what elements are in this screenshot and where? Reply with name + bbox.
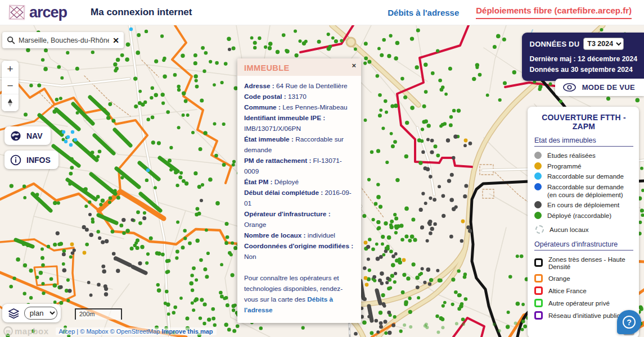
legend-item: Raccordable sur demande [534,172,633,180]
legend-item: Études réalisées [534,152,633,160]
legend-label: En cours de déploiement [547,201,619,209]
popup-field: Code postal : 13170 [244,92,354,102]
legend-item: Programmé [534,162,633,170]
legend-dot-icon [534,201,542,208]
legend-label: Programmé [547,162,582,170]
legend-operator-item: Altice France [534,286,633,295]
legend-title: COUVERTURE FTTH - ZAPM [534,113,633,131]
mapbox-wordmark: mapbox [15,326,49,336]
operator-square-icon [534,274,543,283]
legend-operator-item: Orange [534,274,633,283]
help-button[interactable]: ? [617,310,641,334]
legend-label: Aucun locaux [550,226,589,233]
data-period-label: DONNÉES DU [530,40,580,48]
legend-dot-icon [534,152,542,159]
legend-item: En cours de déploiement [534,201,633,209]
view-mode-label: MODE DE VUE [582,83,635,92]
operator-square-icon [534,258,543,267]
legend-operator-item: Autre opérateur privé [534,299,633,307]
popup-title: IMMEUBLE [244,63,290,72]
legend-dot-icon [534,172,542,180]
layers-icon [7,307,20,320]
info-icon [10,154,21,166]
legend-section-operators: Opérateurs d'infrastructure [534,240,633,251]
infos-button[interactable]: INFOS [4,151,58,169]
zoom-controls: + − [2,61,19,111]
period-select[interactable]: T3 2024 [583,38,624,50]
operator-square-icon [534,286,543,295]
search-clear-icon[interactable]: ✕ [112,37,119,44]
legend-label: Raccordable sur demande (en cours de dép… [547,183,633,198]
legend-item-aucun-locaux: Aucun locaux [535,225,633,234]
popup-body: Adresse : 64 Rue de la DentellièreCode p… [237,76,361,323]
app: arcep Ma connexion internet Débits à l'a… [0,0,644,337]
legend-panel: COUVERTURE FTTH - ZAPM Etat des immeuble… [528,107,639,337]
popup-field: État immeuble : Raccordable sur demande [244,134,354,156]
data-date-text: Données au 30 septembre 2024 [530,65,637,75]
legend-building-items: Études réaliséesProgramméRaccordable sur… [534,152,633,220]
compass-button[interactable] [2,94,19,111]
building-popup: IMMEUBLE × Adresse : 64 Rue de la Dentel… [237,58,361,323]
basemap-control: plan [2,304,61,322]
attribution-bar: m mapbox Arcep | © Mapbox © OpenStreetMa… [0,326,217,336]
popup-footer: Pour connaître les opérateurs et technol… [244,273,354,316]
header-links: Débits à l'adresseDéploiements fibre (ca… [388,6,632,19]
attribution-links[interactable]: Arcep | © Mapbox © OpenStreetMap [59,328,160,335]
improve-map-link[interactable]: Improve this map [161,328,213,335]
mapbox-logo[interactable]: m mapbox [3,326,49,336]
arcep-logo[interactable]: arcep [7,2,67,22]
nav-button[interactable]: NAV [4,126,51,145]
question-mark-icon: ? [623,316,636,329]
legend-label: Études réalisées [547,152,596,160]
legend-dot-icon [534,212,542,219]
basemap-select[interactable]: plan [24,307,57,320]
popup-fields: Adresse : 64 Rue de la DentellièreCode p… [244,81,354,262]
dashed-circle-icon [535,225,544,234]
operator-square-icon [534,299,543,307]
legend-item: Raccordable sur demande (en cours de dép… [534,183,633,198]
popup-field: Commune : Les Pennes-Mirabeau [244,102,354,113]
zoom-out-button[interactable]: − [2,78,19,94]
header-link-debits[interactable]: Débits à l'adresse [388,8,459,17]
popup-field: Coordonnées d'origine modifiées : Non [244,241,354,262]
page-title: Ma connexion internet [91,7,192,18]
search-box: ✕ [2,32,124,48]
compass-icon [4,97,16,109]
zoom-in-button[interactable]: + [2,61,19,78]
legend-operator-items: Zones très denses - Haute DensitéOrangeA… [534,256,633,320]
popup-field: PM de rattachement : FI-13071-0009 [244,156,354,177]
attribution-text: Arcep | © Mapbox © OpenStreetMap Improve… [56,327,217,335]
search-icon [7,36,15,44]
legend-label: Altice France [548,287,587,294]
globe-icon [10,130,21,142]
last-update-text: Dernière maj : 12 décembre 2024 [530,54,637,65]
legend-label: Réseau d'initiative publique [548,312,628,319]
header-link-deploiements[interactable]: Déploiements fibre (cartefibre.arcep.fr) [476,6,632,19]
search-input[interactable] [19,37,109,44]
legend-section-buildings: Etat des immeubles [534,136,633,147]
close-icon[interactable]: × [352,62,356,69]
popup-header: IMMEUBLE × [237,58,361,76]
scale-bar: 200m [75,308,122,320]
legend-operator-item: Zones très denses - Haute Densité [534,256,633,270]
view-mode-button[interactable]: MODE DE VUE [555,79,644,96]
popup-field: Opérateur d'infrastructure : Orange [244,209,354,230]
popup-field: Nombre de locaux : individuel [244,230,354,241]
legend-label: Orange [548,275,570,282]
popup-field: État PM : Déployé [244,177,354,188]
brand-name: arcep [29,5,67,20]
mapbox-logo-icon: m [3,326,13,336]
popup-field: Début délai complétude : 2016-09-01 [244,188,354,209]
header: arcep Ma connexion internet Débits à l'a… [0,0,644,25]
arcep-logo-icon [7,2,27,22]
popup-field: Adresse : 64 Rue de la Dentellière [244,81,354,92]
legend-item: Déployé (raccordable) [534,212,633,220]
legend-dot-icon [534,162,542,170]
legend-label: Raccordable sur demande [547,172,624,180]
legend-label: Déployé (raccordable) [547,212,611,220]
legend-label: Autre opérateur privé [548,299,610,307]
operator-square-icon [534,311,543,320]
data-period-panel: DONNÉES DU T3 2024 Dernière maj : 12 déc… [522,33,644,81]
eye-icon [562,83,577,92]
nav-button-label: NAV [26,131,43,140]
